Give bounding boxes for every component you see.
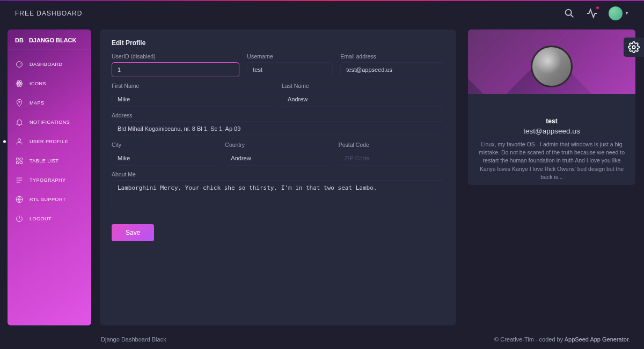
- country-field[interactable]: [225, 151, 331, 166]
- sidebar-item-notifications[interactable]: NOTIFICATIONS: [8, 113, 91, 132]
- sidebar-item-user-profile[interactable]: USER PROFILE: [8, 132, 91, 151]
- email-field[interactable]: [340, 62, 444, 77]
- sidebar-item-typography[interactable]: TYPOGRAPHY: [8, 170, 91, 190]
- sidebar-item-logout[interactable]: LOGOUT: [8, 209, 91, 228]
- activity-icon[interactable]: [586, 8, 598, 19]
- city-label: City: [112, 142, 217, 148]
- userid-label: UserID (disabled): [112, 53, 239, 60]
- footer-left: Django Dashboard Black: [101, 336, 166, 343]
- lastname-field[interactable]: [282, 92, 444, 107]
- sidebar-item-label: TABLE LIST: [30, 158, 58, 164]
- sidebar-brand-short: DB: [15, 37, 24, 43]
- svg-point-7: [19, 101, 20, 103]
- sidebar-item-label: ICONS: [30, 81, 46, 86]
- address-field[interactable]: [112, 121, 444, 136]
- username-label: Username: [247, 53, 333, 60]
- sidebar: DB DJANGO BLACK DASHBOARDICONSMAPSNOTIFI…: [8, 29, 91, 325]
- save-button[interactable]: Save: [112, 224, 154, 241]
- lastname-label: Last Name: [282, 83, 444, 89]
- sidebar-item-table-list[interactable]: TABLE LIST: [8, 151, 91, 170]
- firstname-label: First Name: [112, 83, 274, 89]
- avatar: [609, 6, 623, 20]
- user-menu[interactable]: ▼: [609, 6, 629, 20]
- email-label: Email address: [340, 53, 444, 60]
- sidebar-item-label: NOTIFICATIONS: [30, 120, 70, 125]
- chevron-down-icon: ▼: [625, 11, 629, 16]
- power-icon: [15, 214, 24, 223]
- profile-email: test@appseed.us: [477, 127, 627, 135]
- about-field[interactable]: [112, 180, 444, 211]
- atom-icon: [15, 79, 24, 88]
- postal-label: Postal Code: [339, 142, 444, 148]
- footer-right: © Creative-Tim - coded by AppSeed App Ge…: [494, 336, 630, 343]
- footer: Django Dashboard Black © Creative-Tim - …: [0, 330, 644, 349]
- header: FREE DASHBOARD ▼: [0, 1, 644, 25]
- search-icon[interactable]: [564, 8, 575, 19]
- page-title: FREE DASHBOARD: [15, 10, 82, 17]
- puzzle-icon: [15, 157, 24, 165]
- sidebar-item-dashboard[interactable]: DASHBOARD: [8, 55, 91, 74]
- svg-line-1: [571, 14, 574, 17]
- profile-avatar: [531, 46, 573, 87]
- edit-profile-card: Edit Profile UserID (disabled) Username …: [100, 29, 456, 325]
- postal-field[interactable]: [339, 151, 444, 166]
- sidebar-item-rtl-support[interactable]: RTL SUPPORT: [8, 190, 91, 209]
- firstname-field[interactable]: [112, 92, 274, 107]
- sidebar-item-label: USER PROFILE: [30, 139, 68, 144]
- pin-icon: [15, 99, 24, 107]
- svg-point-8: [18, 139, 20, 142]
- svg-point-0: [566, 9, 572, 15]
- sidebar-item-label: MAPS: [30, 100, 45, 106]
- country-label: Country: [225, 142, 331, 148]
- card-title: Edit Profile: [112, 39, 444, 47]
- text-icon: [15, 176, 24, 184]
- footer-link[interactable]: AppSeed App Generator: [565, 336, 628, 343]
- gauge-icon: [15, 60, 24, 69]
- globe-icon: [15, 195, 24, 204]
- sidebar-item-maps[interactable]: MAPS: [8, 93, 91, 113]
- svg-point-3: [19, 83, 20, 85]
- profile-card: test test@appseed.us Linux, my favorite …: [468, 29, 635, 185]
- sidebar-item-icons[interactable]: ICONS: [8, 74, 91, 93]
- sidebar-item-label: LOGOUT: [30, 216, 52, 221]
- userid-field: [112, 62, 239, 77]
- city-field[interactable]: [112, 151, 217, 166]
- settings-toggle[interactable]: [624, 38, 644, 57]
- profile-name: test: [477, 117, 627, 125]
- sidebar-item-label: TYPOGRAPHY: [30, 177, 66, 183]
- profile-bio: Linux, my favorite OS - I admin that win…: [477, 140, 627, 181]
- gear-icon: [628, 41, 640, 53]
- sidebar-brand: DJANGO BLACK: [29, 37, 77, 43]
- username-field[interactable]: [247, 62, 333, 77]
- svg-point-14: [632, 46, 635, 49]
- sidebar-item-label: DASHBOARD: [30, 62, 63, 67]
- user-icon: [15, 137, 24, 146]
- bell-icon: [15, 118, 24, 127]
- address-label: Address: [112, 112, 444, 118]
- sidebar-item-label: RTL SUPPORT: [30, 197, 66, 202]
- about-label: About Me: [112, 171, 444, 177]
